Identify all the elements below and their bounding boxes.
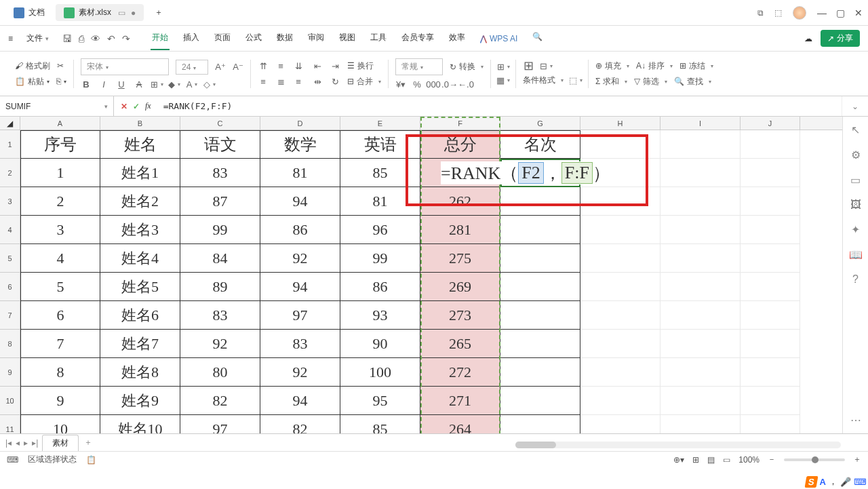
cell[interactable] — [500, 244, 580, 273]
tab-vip[interactable]: 会员专享 — [400, 26, 435, 50]
cell[interactable]: 265 — [420, 330, 500, 358]
settings-icon[interactable]: ⚙ — [851, 149, 861, 161]
formula-confirm-icon[interactable]: ✓ — [133, 102, 140, 111]
font-name-select[interactable]: 宋体 — [81, 58, 169, 75]
header-cell[interactable]: 英语 — [340, 130, 420, 159]
cell[interactable] — [741, 301, 800, 330]
col-header[interactable]: H — [580, 117, 660, 130]
tools-icon[interactable]: ✦ — [851, 223, 860, 236]
font-color-icon[interactable]: A — [186, 79, 197, 89]
sort-button[interactable]: A↓ 排序 — [636, 60, 673, 72]
header-cell[interactable]: 名次 — [500, 130, 580, 159]
header-cell[interactable]: 序号 — [20, 130, 100, 159]
cell[interactable] — [660, 216, 741, 244]
cell[interactable] — [741, 330, 800, 358]
cube-icon[interactable]: ⬚ — [774, 8, 782, 18]
cell[interactable]: 9 — [20, 387, 100, 415]
cell[interactable] — [500, 330, 580, 358]
cell[interactable]: 82 — [180, 387, 260, 415]
row-col-icon[interactable]: ⊟ — [540, 61, 551, 71]
table-styles-icon[interactable]: ▦ — [498, 76, 509, 85]
decrease-font-icon[interactable]: A⁻ — [233, 62, 243, 72]
cell[interactable] — [741, 244, 800, 273]
cell[interactable]: 85 — [340, 415, 420, 433]
row-header[interactable]: 7 — [0, 301, 20, 330]
fill-color-icon[interactable]: ◆ — [169, 79, 180, 89]
row-header[interactable]: 6 — [0, 273, 20, 301]
new-tab-button[interactable]: ＋ — [146, 4, 171, 21]
row-header[interactable]: 1 — [0, 130, 20, 159]
row-header[interactable]: 10 — [0, 387, 20, 415]
cell[interactable]: 87 — [180, 187, 260, 216]
cell[interactable]: 82 — [260, 415, 340, 433]
cell[interactable] — [580, 415, 660, 433]
indent-dec-icon[interactable]: ⇤ — [312, 61, 323, 71]
col-header[interactable]: F — [420, 117, 500, 130]
cell[interactable]: 89 — [180, 273, 260, 301]
find-button[interactable]: 🔍 查找 — [674, 76, 711, 87]
cell[interactable]: 7 — [20, 330, 100, 358]
cell[interactable]: 5 — [20, 273, 100, 301]
cell[interactable] — [741, 415, 800, 433]
col-header[interactable]: A — [20, 117, 100, 130]
cell[interactable]: 姓名9 — [100, 387, 180, 415]
orientation-icon[interactable]: ↻ — [330, 77, 340, 86]
cell[interactable]: 271 — [420, 387, 500, 415]
cell[interactable]: 姓名4 — [100, 244, 180, 273]
cell[interactable]: 97 — [180, 415, 260, 433]
align-left-icon[interactable]: ≡ — [258, 77, 269, 86]
cell[interactable] — [660, 415, 741, 433]
percent-icon[interactable]: % — [412, 79, 422, 89]
cell[interactable] — [660, 301, 741, 330]
copy-button[interactable]: ⎘▾ — [56, 77, 66, 86]
cell[interactable]: 85 — [340, 159, 420, 187]
cell[interactable]: 姓名1 — [100, 159, 180, 187]
cell[interactable] — [741, 273, 800, 301]
reading-view-icon[interactable]: ▭ — [723, 455, 730, 465]
avatar[interactable] — [793, 6, 806, 20]
cell[interactable] — [741, 216, 800, 244]
cell[interactable]: 96 — [340, 216, 420, 244]
cell[interactable]: 92 — [180, 330, 260, 358]
cell[interactable]: 90 — [340, 330, 420, 358]
header-cell[interactable]: 语文 — [180, 130, 260, 159]
dec-inc-icon[interactable]: .0→ — [444, 79, 455, 89]
cell[interactable]: 269 — [420, 273, 500, 301]
align-bot-icon[interactable]: ⇊ — [293, 61, 304, 71]
file-menu[interactable]: 文件▾ — [22, 31, 53, 45]
cell[interactable] — [660, 387, 741, 415]
cond-format-button[interactable]: 条件格式 — [523, 75, 564, 86]
clipboard-icon[interactable]: 📋 — [86, 455, 96, 465]
cell[interactable]: 2 — [20, 187, 100, 216]
strike-icon[interactable]: A — [134, 79, 144, 89]
col-header[interactable]: J — [741, 117, 800, 130]
number-format-select[interactable]: 常规 — [395, 58, 443, 75]
cell[interactable]: 86 — [340, 273, 420, 301]
cell[interactable] — [500, 301, 580, 330]
cell[interactable] — [580, 387, 660, 415]
cell[interactable]: 姓名3 — [100, 216, 180, 244]
col-header[interactable]: C — [180, 117, 260, 130]
cloud-icon[interactable]: ☁ — [804, 34, 812, 43]
share-button[interactable]: ↗分享 — [821, 30, 860, 47]
wps-ai-button[interactable]: ⋀WPS AI — [479, 26, 519, 50]
cell[interactable] — [741, 358, 800, 387]
cell[interactable]: 93 — [340, 301, 420, 330]
row-header[interactable]: 3 — [0, 187, 20, 216]
header-cell[interactable]: 姓名 — [100, 130, 180, 159]
cell[interactable]: 姓名8 — [100, 358, 180, 387]
cell[interactable]: 10 — [20, 415, 100, 433]
cell[interactable]: 94 — [260, 187, 340, 216]
format-brush-button[interactable]: 🖌 格式刷 — [15, 60, 50, 72]
fill-button[interactable]: ⊕ 填充 — [595, 60, 629, 72]
wrap-button[interactable]: ☰ 换行 — [347, 60, 374, 72]
cell[interactable]: 姓名7 — [100, 330, 180, 358]
cell[interactable]: 6 — [20, 301, 100, 330]
grid-view-icon[interactable]: ⊞ — [692, 455, 699, 465]
cell[interactable] — [741, 187, 800, 216]
sheet-prev-icon[interactable]: ◂ — [16, 438, 20, 448]
minimize-button[interactable]: — — [817, 7, 827, 18]
cell[interactable]: 99 — [340, 244, 420, 273]
view-icon[interactable]: ⊕▾ — [673, 455, 684, 465]
col-header[interactable]: E — [340, 117, 420, 130]
